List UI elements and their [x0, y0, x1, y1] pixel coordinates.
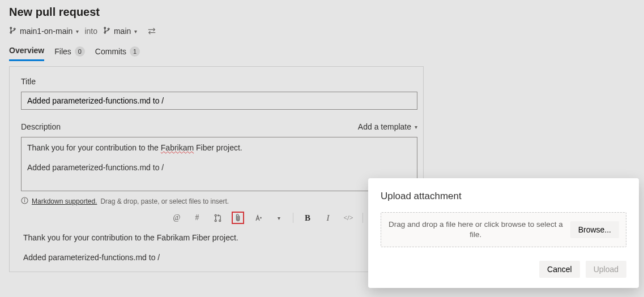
swap-branches-button[interactable]	[147, 27, 156, 35]
desc-line-2: Added parameterized-functions.md to /	[27, 162, 411, 174]
target-branch-picker[interactable]: main ▾	[103, 27, 137, 36]
title-input[interactable]	[21, 92, 417, 110]
markdown-supported-link[interactable]: Markdown supported.	[32, 197, 97, 205]
italic-button[interactable]: I	[322, 212, 334, 224]
info-icon	[21, 197, 28, 206]
files-count-badge: 0	[75, 46, 85, 57]
description-textarea[interactable]: Thank you for your contribution to the F…	[21, 137, 417, 191]
tab-files-label: Files	[54, 47, 71, 56]
pr-link-button[interactable]	[211, 212, 224, 224]
tab-overview[interactable]: Overview	[9, 42, 44, 61]
into-label: into	[84, 27, 97, 36]
chevron-down-icon: ▾	[134, 28, 137, 35]
svg-point-5	[108, 28, 109, 30]
toolbar-separator	[293, 213, 293, 223]
svg-point-11	[215, 219, 216, 221]
description-hint: Markdown supported. Drag & drop, paste, …	[21, 197, 417, 206]
code-button[interactable]: </>	[342, 212, 355, 224]
svg-point-1	[10, 32, 12, 33]
attach-file-button[interactable]	[232, 212, 244, 224]
preview-line-2: Added parameterized-functions.md to /	[23, 252, 410, 264]
chevron-down-icon: ▾	[415, 124, 417, 130]
description-label: Description	[21, 122, 61, 131]
hint-text: Drag & drop, paste, or select files to i…	[100, 197, 229, 205]
add-template-button[interactable]: Add a template ▾	[358, 122, 417, 131]
upload-attachment-dialog: Upload attachment Drag and drop a file h…	[368, 178, 639, 288]
header-button[interactable]	[252, 212, 265, 224]
desc-line-1: Thank you for your contribution to the F…	[27, 142, 411, 154]
commits-count-badge: 1	[130, 46, 140, 57]
svg-point-12	[219, 219, 220, 221]
svg-point-0	[10, 27, 12, 29]
tab-commits-label: Commits	[95, 47, 126, 56]
pr-form-panel: Title Description Add a template ▾ Thank…	[9, 66, 424, 272]
tab-overview-label: Overview	[9, 46, 44, 55]
branch-icon	[9, 27, 16, 36]
add-template-label: Add a template	[358, 122, 411, 131]
svg-point-4	[104, 32, 106, 33]
upload-button[interactable]: Upload	[586, 261, 626, 278]
title-label: Title	[21, 77, 412, 86]
source-branch-name: main1-on-main	[20, 27, 72, 36]
svg-point-2	[14, 28, 15, 30]
description-preview: Thank you for your contribution to the F…	[23, 232, 410, 264]
browse-button[interactable]: Browse...	[570, 221, 619, 238]
branch-icon	[103, 27, 110, 36]
tab-commits[interactable]: Commits 1	[95, 43, 140, 61]
dropzone-text: Drag and drop a file here or click brows…	[388, 219, 564, 239]
svg-point-3	[104, 27, 106, 29]
page-title: New pull request	[9, 6, 635, 19]
source-branch-picker[interactable]: main1-on-main ▾	[9, 27, 79, 36]
branch-selector-row: main1-on-main ▾ into main ▾	[9, 27, 635, 36]
workitem-button[interactable]: #	[191, 212, 203, 224]
pr-tabs: Overview Files 0 Commits 1	[9, 42, 635, 62]
toolbar-separator	[362, 213, 363, 223]
cancel-button[interactable]: Cancel	[539, 261, 580, 278]
svg-point-7	[24, 199, 25, 199]
tab-files[interactable]: Files 0	[54, 43, 85, 61]
dialog-title: Upload attachment	[381, 191, 626, 202]
file-dropzone[interactable]: Drag and drop a file here or click brows…	[381, 212, 626, 247]
header-dropdown[interactable]: ▾	[272, 212, 285, 224]
mention-button[interactable]: @	[170, 212, 183, 224]
bold-button[interactable]: B	[301, 212, 314, 224]
preview-line-1: Thank you for your contribution to the F…	[23, 232, 410, 244]
chevron-down-icon: ▾	[76, 28, 79, 35]
target-branch-name: main	[114, 27, 131, 36]
svg-point-10	[215, 214, 216, 216]
